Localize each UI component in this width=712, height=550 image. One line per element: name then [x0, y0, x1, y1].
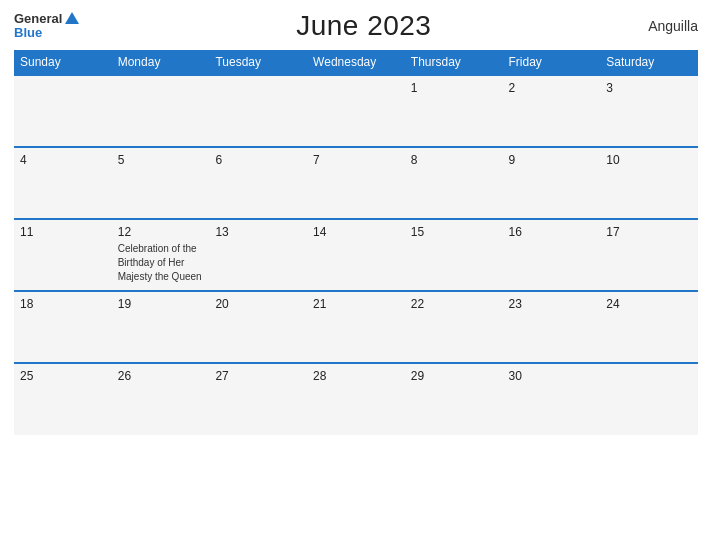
calendar-cell: 2 [503, 75, 601, 147]
day-number: 9 [509, 153, 595, 167]
day-number: 3 [606, 81, 692, 95]
day-number: 29 [411, 369, 497, 383]
day-number: 19 [118, 297, 204, 311]
day-number: 22 [411, 297, 497, 311]
calendar-cell: 17 [600, 219, 698, 291]
day-number: 27 [215, 369, 301, 383]
calendar-cell: 28 [307, 363, 405, 435]
header-friday: Friday [503, 50, 601, 75]
calendar-cell: 7 [307, 147, 405, 219]
day-number: 21 [313, 297, 399, 311]
calendar-cell: 13 [209, 219, 307, 291]
day-number: 28 [313, 369, 399, 383]
calendar-cell: 14 [307, 219, 405, 291]
day-number: 13 [215, 225, 301, 239]
calendar-cell [112, 75, 210, 147]
calendar-cell: 20 [209, 291, 307, 363]
calendar-cell [209, 75, 307, 147]
day-number: 18 [20, 297, 106, 311]
header-sunday: Sunday [14, 50, 112, 75]
calendar-cell: 1 [405, 75, 503, 147]
day-number: 12 [118, 225, 204, 239]
calendar-title: June 2023 [296, 10, 431, 42]
day-number: 26 [118, 369, 204, 383]
day-number: 7 [313, 153, 399, 167]
day-number: 16 [509, 225, 595, 239]
calendar-cell: 11 [14, 219, 112, 291]
calendar-page: General Blue June 2023 Anguilla Sunday M… [0, 0, 712, 550]
day-number: 25 [20, 369, 106, 383]
country-label: Anguilla [648, 18, 698, 34]
day-number: 20 [215, 297, 301, 311]
day-number: 15 [411, 225, 497, 239]
calendar-cell: 5 [112, 147, 210, 219]
day-number: 24 [606, 297, 692, 311]
calendar-cell: 27 [209, 363, 307, 435]
day-number: 10 [606, 153, 692, 167]
day-number: 11 [20, 225, 106, 239]
day-number: 14 [313, 225, 399, 239]
calendar-cell: 30 [503, 363, 601, 435]
calendar-cell: 23 [503, 291, 601, 363]
calendar-cell: 10 [600, 147, 698, 219]
calendar-cell: 24 [600, 291, 698, 363]
header-tuesday: Tuesday [209, 50, 307, 75]
calendar-cell: 15 [405, 219, 503, 291]
calendar-cell [600, 363, 698, 435]
calendar-cell: 22 [405, 291, 503, 363]
calendar-cell: 12Celebration of the Birthday of Her Maj… [112, 219, 210, 291]
day-number: 1 [411, 81, 497, 95]
day-number: 5 [118, 153, 204, 167]
calendar-cell: 21 [307, 291, 405, 363]
calendar-week-row: 45678910 [14, 147, 698, 219]
weekday-header-row: Sunday Monday Tuesday Wednesday Thursday… [14, 50, 698, 75]
calendar-table: Sunday Monday Tuesday Wednesday Thursday… [14, 50, 698, 435]
calendar-cell: 29 [405, 363, 503, 435]
calendar-cell: 8 [405, 147, 503, 219]
calendar-cell: 6 [209, 147, 307, 219]
calendar-cell [307, 75, 405, 147]
logo: General Blue [14, 12, 79, 41]
day-number: 6 [215, 153, 301, 167]
header-thursday: Thursday [405, 50, 503, 75]
day-number: 4 [20, 153, 106, 167]
event-text: Celebration of the Birthday of Her Majes… [118, 243, 202, 282]
header-monday: Monday [112, 50, 210, 75]
day-number: 30 [509, 369, 595, 383]
calendar-cell: 4 [14, 147, 112, 219]
logo-general-text: General [14, 12, 62, 26]
day-number: 8 [411, 153, 497, 167]
calendar-cell: 16 [503, 219, 601, 291]
day-number: 2 [509, 81, 595, 95]
calendar-week-row: 1112Celebration of the Birthday of Her M… [14, 219, 698, 291]
header-saturday: Saturday [600, 50, 698, 75]
calendar-cell: 19 [112, 291, 210, 363]
header-wednesday: Wednesday [307, 50, 405, 75]
day-number: 23 [509, 297, 595, 311]
calendar-week-row: 18192021222324 [14, 291, 698, 363]
calendar-cell: 26 [112, 363, 210, 435]
calendar-cell: 18 [14, 291, 112, 363]
calendar-cell [14, 75, 112, 147]
calendar-cell: 25 [14, 363, 112, 435]
calendar-cell: 3 [600, 75, 698, 147]
calendar-week-row: 252627282930 [14, 363, 698, 435]
day-number: 17 [606, 225, 692, 239]
calendar-header: General Blue June 2023 Anguilla [14, 10, 698, 42]
logo-blue-text: Blue [14, 26, 42, 40]
calendar-cell: 9 [503, 147, 601, 219]
calendar-week-row: 123 [14, 75, 698, 147]
